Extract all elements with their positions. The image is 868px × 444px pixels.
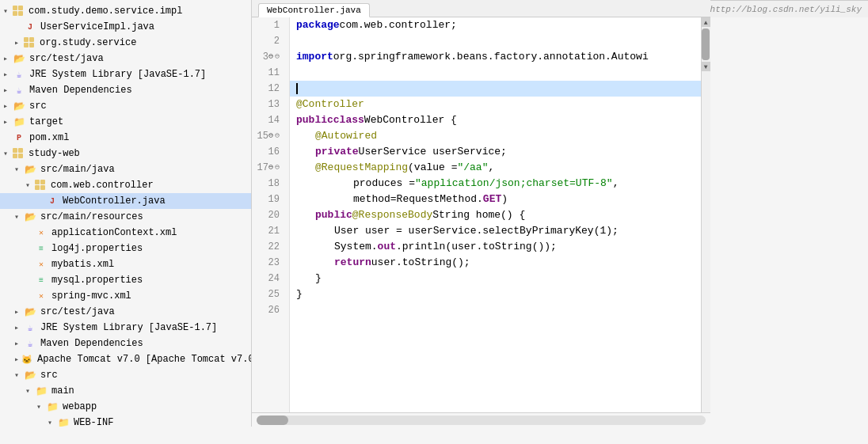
code-content[interactable]: package com.web.controller;import org.sp… bbox=[290, 17, 701, 412]
tree-item-UserServiceImpl-java[interactable]: JUserServiceImpl.java bbox=[0, 19, 251, 35]
tree-item-pom-xml[interactable]: Ppom.xml bbox=[0, 130, 251, 146]
tree-item-WEB-INF[interactable]: 📁WEB-INF bbox=[0, 415, 251, 427]
tree-arrow[interactable] bbox=[3, 85, 11, 96]
tree-arrow[interactable] bbox=[36, 401, 44, 412]
tree-item-webapp[interactable]: 📁webapp bbox=[0, 399, 251, 415]
tree-item-spring-mvc-xml[interactable]: ✕spring-mvc.xml bbox=[0, 288, 251, 304]
fold-icon[interactable]: ⊖ bbox=[268, 160, 273, 176]
tree-arrow[interactable] bbox=[14, 164, 22, 175]
tree-arrow[interactable] bbox=[3, 69, 11, 80]
tree-item-src-test-java2[interactable]: 📂src/test/java bbox=[0, 304, 251, 320]
tree-arrow[interactable] bbox=[14, 354, 19, 365]
tree-item-maven-dependencies[interactable]: ☕Maven Dependencies bbox=[0, 82, 251, 98]
code-token: , bbox=[488, 160, 494, 176]
tree-item-src2[interactable]: 📂src bbox=[0, 367, 251, 383]
file-icon-folder-src: 📂 bbox=[24, 211, 36, 223]
tree-item-src-main-resources[interactable]: 📂src/main/resources bbox=[0, 209, 251, 225]
tree-item-src-main-java[interactable]: 📂src/main/java bbox=[0, 161, 251, 177]
code-token: @Controller bbox=[296, 97, 364, 112]
vertical-scrollbar[interactable]: ▲ ▼ bbox=[701, 17, 710, 412]
tree-label: log4j.properties bbox=[51, 243, 143, 254]
tree-label: spring-mvc.xml bbox=[51, 290, 131, 302]
line-number: 25 bbox=[252, 287, 284, 302]
tree-label: JRE System Library [JavaSE-1.7] bbox=[40, 322, 217, 333]
tree-item-src[interactable]: 📂src bbox=[0, 98, 251, 114]
code-line: @RequestMapping(value = "/aa", bbox=[290, 160, 701, 176]
code-token: , bbox=[613, 176, 619, 192]
tree-item-apache-tomcat[interactable]: 🐱Apache Tomcat v7.0 [Apache Tomcat v7.0.… bbox=[0, 351, 251, 367]
tree-label: src/test/java bbox=[40, 306, 115, 317]
tree-item-com-study-demo-service-impl[interactable]: com.study.demo.service.impl bbox=[0, 3, 251, 19]
file-icon-folder-src: 📂 bbox=[24, 305, 36, 318]
code-token: @Autowired bbox=[315, 128, 377, 144]
tree-item-target[interactable]: 📁target bbox=[0, 114, 251, 130]
tree-item-mybatis-xml[interactable]: ✕mybatis.xml bbox=[0, 256, 251, 272]
tree-arrow[interactable] bbox=[14, 211, 22, 222]
tree-arrow[interactable] bbox=[14, 338, 22, 349]
code-line: produces = "application/json;charset=UTF… bbox=[290, 176, 701, 192]
fold-icon[interactable]: ⊖ bbox=[268, 49, 273, 65]
line-number: 13 bbox=[252, 97, 284, 112]
code-line: private UserService userService; bbox=[290, 144, 701, 160]
tree-label: study-web bbox=[29, 148, 80, 159]
code-line: public @ResponseBody String home() { bbox=[290, 207, 701, 223]
hscroll-thumb[interactable] bbox=[257, 416, 288, 425]
active-tab[interactable]: WebController.java bbox=[258, 3, 370, 17]
tree-item-jre-system-library[interactable]: ☕JRE System Library [JavaSE-1.7] bbox=[0, 66, 251, 82]
file-icon-folder: 📁 bbox=[57, 416, 70, 427]
tree-item-WebController-java[interactable]: JWebController.java bbox=[0, 193, 251, 209]
code-token: UserService userService; bbox=[359, 144, 507, 160]
file-icon-properties: ≡ bbox=[35, 242, 48, 255]
tree-arrow[interactable] bbox=[14, 322, 22, 333]
tree-item-org-study-service[interactable]: org.study.service bbox=[0, 35, 251, 51]
tree-item-maven-dependencies2[interactable]: ☕Maven Dependencies bbox=[0, 336, 251, 351]
code-line bbox=[290, 302, 701, 318]
scroll-down-arrow[interactable]: ▼ bbox=[701, 62, 710, 71]
tree-arrow[interactable] bbox=[3, 6, 11, 17]
tree-label: src bbox=[40, 370, 58, 381]
tree-arrow[interactable] bbox=[14, 306, 22, 317]
tree-label: WEB-INF bbox=[74, 417, 113, 427]
tree-arrow[interactable] bbox=[14, 37, 22, 48]
tree-arrow[interactable] bbox=[3, 53, 11, 64]
file-icon-xml: ✕ bbox=[35, 226, 48, 239]
code-token: WebController { bbox=[364, 112, 457, 128]
code-line: System.out.println(user.toString()); bbox=[290, 239, 701, 255]
file-icon-jar: ☕ bbox=[13, 84, 25, 97]
horizontal-scrollbar-area bbox=[252, 412, 710, 427]
tree-label: WebController.java bbox=[63, 195, 166, 207]
tree-label: src/main/java bbox=[40, 164, 115, 175]
tree-label: src/main/resources bbox=[40, 211, 143, 222]
scroll-thumb[interactable] bbox=[702, 28, 710, 60]
tree-arrow[interactable] bbox=[3, 101, 11, 112]
tree-label: src bbox=[29, 101, 47, 112]
tree-item-mysql-properties[interactable]: ≡mysql.properties bbox=[0, 272, 251, 288]
tree-item-src-test-java[interactable]: 📂src/test/java bbox=[0, 51, 251, 66]
fold-icon[interactable]: ⊖ bbox=[268, 128, 273, 144]
tree-item-log4j-properties[interactable]: ≡log4j.properties bbox=[0, 241, 251, 256]
code-token: } bbox=[296, 287, 303, 302]
tree-arrow[interactable] bbox=[3, 116, 11, 127]
code-token: "/aa" bbox=[457, 160, 488, 176]
tree-item-main[interactable]: 📁main bbox=[0, 383, 251, 399]
file-icon-folder-src: 📂 bbox=[24, 163, 36, 176]
tree-arrow[interactable] bbox=[14, 370, 22, 381]
tree-item-study-web[interactable]: study-web bbox=[0, 146, 251, 161]
horizontal-scrollbar[interactable] bbox=[257, 416, 706, 425]
file-icon-folder-src: 📂 bbox=[24, 369, 36, 381]
tree-item-applicationContext-xml[interactable]: ✕applicationContext.xml bbox=[0, 225, 251, 241]
tree-arrow[interactable] bbox=[3, 148, 11, 159]
code-line: method=RequestMethod.GET) bbox=[290, 192, 701, 207]
scroll-up-arrow[interactable]: ▲ bbox=[701, 17, 710, 27]
code-token: user.toString(); bbox=[371, 255, 470, 271]
code-line: return user.toString(); bbox=[290, 255, 701, 271]
tree-arrow[interactable] bbox=[25, 385, 33, 397]
code-area: 123⊖1112131415⊖1617⊖181920212223242526 p… bbox=[252, 17, 710, 412]
tree-item-jre-system-library2[interactable]: ☕JRE System Library [JavaSE-1.7] bbox=[0, 320, 251, 336]
code-line: import org.springframework.beans.factory… bbox=[290, 49, 701, 65]
line-number: 3⊖ bbox=[252, 49, 284, 65]
tree-arrow[interactable] bbox=[48, 417, 55, 427]
file-tree[interactable]: com.study.demo.service.implJUserServiceI… bbox=[0, 0, 252, 427]
tree-item-com-web-controller[interactable]: com.web.controller bbox=[0, 177, 251, 193]
tree-arrow[interactable] bbox=[25, 180, 33, 191]
